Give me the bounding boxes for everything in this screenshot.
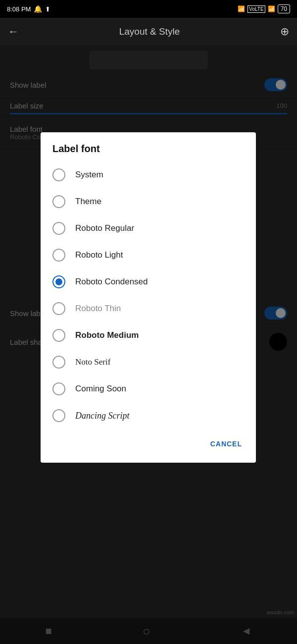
font-label-roboto-thin: Roboto Thin [75,304,121,314]
time-display: 8:08 PM [7,5,31,13]
radio-coming-soon [52,382,65,395]
radio-roboto-regular [52,222,65,235]
font-options-list: System Theme Roboto Regular Roboto Light [41,160,256,431]
search-button[interactable]: ⊕ [280,25,289,38]
radio-system [52,168,65,181]
app-bar-title: Layout & Style [19,26,280,37]
font-option-roboto-condensed[interactable]: Roboto Condensed [41,268,256,295]
label-font-dialog: Label font System Theme Roboto Regular R… [41,132,256,463]
radio-roboto-thin [52,302,65,315]
radio-roboto-light [52,249,65,262]
battery-display: 70 [278,4,290,13]
volte-icon: VoLTE [248,5,265,13]
font-option-roboto-thin[interactable]: Roboto Thin [41,295,256,322]
status-bar: 8:08 PM 🔔 ⬆ 📶 VoLTE 📶 70 [0,0,297,18]
wifi-icon: 📶 [238,5,245,12]
font-label-system: System [75,170,103,180]
font-label-dancing-script: Dancing Script [75,411,130,421]
font-label-noto-serif: Noto Serif [75,357,110,367]
cancel-button[interactable]: CANCEL [204,435,248,453]
radio-roboto-condensed [52,275,65,288]
status-right: 📶 VoLTE 📶 70 [238,4,290,13]
font-label-theme: Theme [75,197,101,207]
radio-noto-serif [52,356,65,369]
signal-icon: 📶 [268,5,275,12]
back-button[interactable]: ← [8,25,19,38]
font-label-coming-soon: Coming Soon [75,384,126,394]
app-bar: ← Layout & Style ⊕ [0,18,297,46]
font-label-roboto-regular: Roboto Regular [75,223,134,233]
status-left: 8:08 PM 🔔 ⬆ [7,5,50,13]
dialog-title: Label font [41,132,256,160]
font-option-theme[interactable]: Theme [41,188,256,215]
dialog-actions: CANCEL [41,431,256,459]
mute-icon: 🔔 [34,5,42,13]
font-option-roboto-light[interactable]: Roboto Light [41,242,256,268]
radio-roboto-medium [52,329,65,342]
font-option-roboto-medium[interactable]: Roboto Medium [41,322,256,349]
font-option-noto-serif[interactable]: Noto Serif [41,349,256,376]
radio-theme [52,195,65,208]
font-option-dancing-script[interactable]: Dancing Script [41,402,256,429]
font-option-system[interactable]: System [41,161,256,188]
background-content: Show label Label size 100 Label font Rob… [0,46,297,644]
radio-inner-dot [55,278,62,285]
upload-icon: ⬆ [45,5,50,13]
font-label-roboto-condensed: Roboto Condensed [75,277,148,287]
font-label-roboto-medium: Roboto Medium [75,330,139,340]
font-option-roboto-regular[interactable]: Roboto Regular [41,215,256,242]
radio-dancing-script [52,409,65,422]
font-label-roboto-light: Roboto Light [75,250,123,260]
font-option-coming-soon[interactable]: Coming Soon [41,376,256,402]
